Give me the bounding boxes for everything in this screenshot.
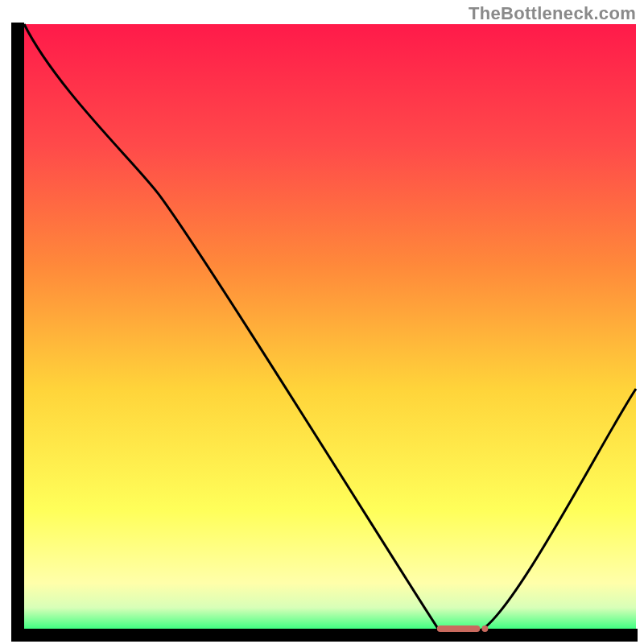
chart-svg xyxy=(0,0,644,644)
plot-background xyxy=(24,24,636,632)
attribution-label: TheBottleneck.com xyxy=(469,3,636,24)
chart-container: TheBottleneck.com xyxy=(0,0,644,644)
optimal-marker-dot xyxy=(481,625,488,632)
